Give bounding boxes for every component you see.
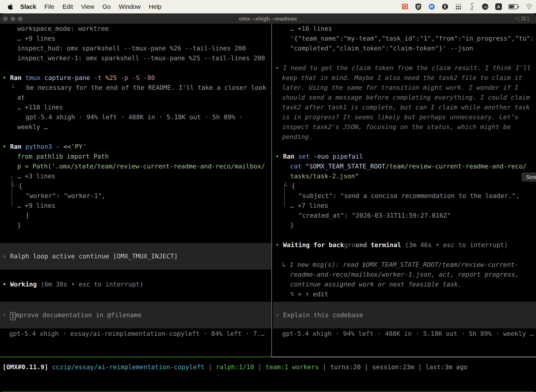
thinking-line: should send a message before completing … (273, 93, 536, 103)
command-flags: -p -S -80 (121, 74, 155, 81)
window-titlebar[interactable]: omx --xhigh --madmax ⌥⌘1 (0, 13, 536, 24)
collapsed-lines-indicator[interactable]: … +110 lines (0, 103, 271, 112)
shortcuts-icon[interactable] (468, 3, 475, 10)
window-shortcut-label: ⌥⌘1 (514, 15, 530, 22)
env-var: OMX_TEAM_STATE_ROOT (313, 163, 385, 170)
file-path: tasks/task-2.json (290, 173, 355, 180)
omx-version: [OMX#0.11.9] (2, 363, 52, 371)
heredoc-operator: << (63, 143, 71, 150)
omx-team-counter: team:1 workers (266, 363, 319, 371)
counter-badge-text: ..61 (483, 5, 488, 9)
separator: | (254, 363, 266, 371)
inject-banner[interactable]: › Ralph loop active continue [OMX_TMUX_I… (0, 243, 271, 270)
sync-status-icon[interactable] (428, 3, 436, 10)
tool-output-line: └ be necessary for the end of the README… (0, 83, 271, 93)
blank-line (0, 63, 271, 73)
collapsed-lines-indicator[interactable]: … +9 lines (0, 201, 271, 210)
thinking-line: is in progress? It seems likely but perh… (273, 112, 536, 122)
prompt-suggestion[interactable]: › Explain this codebase (273, 302, 536, 328)
bullet-icon: • (2, 143, 10, 150)
battery-icon[interactable] (508, 3, 519, 10)
code-line: from pathlib import Path (0, 152, 271, 161)
working-status-line: • Working (6m 38s • esc to interrupt) (0, 280, 271, 289)
thinking-line: task2 after task1 is complete, but can I… (273, 103, 536, 112)
input-source-icon[interactable]: A (495, 3, 502, 10)
wifi-icon[interactable] (526, 3, 533, 10)
prompt-input-area[interactable]: › Improve documentation in @filename (0, 302, 271, 328)
blank-line (0, 132, 271, 142)
terminal-line: '{"team_name":"my-team","task_id":"1","f… (273, 33, 536, 43)
menu-go[interactable]: Go (98, 3, 115, 10)
menu-view[interactable]: View (77, 3, 98, 10)
counter-badge-icon[interactable]: ..61 (482, 3, 489, 10)
command-name: python3 (25, 143, 56, 150)
chat-app-icon[interactable] (401, 3, 409, 10)
grid-menu-icon[interactable] (455, 3, 462, 10)
terminal-line: … +9 lines (0, 33, 271, 43)
menu-help[interactable]: Help (145, 3, 165, 10)
bullet-icon: • (275, 64, 283, 71)
bullet-icon: • (2, 281, 10, 288)
code-line: p = Path('.omx/state/team/review-current… (0, 161, 271, 171)
window-title: omx --xhigh --madmax (0, 16, 536, 22)
file-path: /team/review-current-readme-and-reco/ (385, 163, 526, 170)
menu-app-name[interactable]: Slack (16, 3, 40, 10)
pane-divider[interactable] (271, 24, 272, 357)
spacer (0, 230, 271, 243)
collapsed-lines-indicator[interactable]: … +3 lines (0, 171, 271, 181)
json-output-line: "worker": "worker-1", (0, 191, 271, 201)
tool-output-line: at (0, 93, 271, 103)
json-output-line: ] (0, 210, 271, 220)
bullet-icon: • (275, 241, 283, 248)
command-subcommand: capture-pane (44, 74, 94, 81)
svg-text:A: A (497, 5, 500, 9)
terminal-line: … +16 lines (273, 24, 536, 33)
mailbox-message-line: readme-and-reco/mailbox/worker-1.json, a… (273, 270, 536, 280)
terminal-line: inspect_hud: omx sparkshell --tmux-pane … (0, 43, 271, 53)
menu-window[interactable]: Window (115, 3, 144, 10)
menu-file[interactable]: File (40, 3, 58, 10)
password-manager-icon[interactable] (415, 3, 422, 10)
screen-time-icon[interactable] (441, 3, 449, 10)
command-name: cat (290, 163, 306, 170)
terminal-line: inspect_worker-1: omx sparkshell --tmux-… (0, 53, 271, 63)
thinking-line: later. Using the same for transition mig… (273, 83, 536, 93)
mailbox-message-line: continue assigned work or next feasible … (273, 280, 536, 289)
separator: | (319, 363, 330, 371)
spacer (273, 299, 536, 302)
pane-worker-1: … +16 lines '{"team_name":"my-team","tas… (273, 24, 536, 357)
json-output-line: } (0, 220, 271, 230)
menu-edit[interactable]: Edit (58, 3, 77, 10)
waiting-meta: (3m 46s • esc to interrupt) (401, 241, 508, 248)
ran-set-command-line: • Ran set -euo pipefail (273, 152, 536, 161)
command-dash: - (56, 143, 63, 150)
command-args: -euo pipefail (314, 153, 363, 160)
edit-shortcut-hint: ⌥ + ↑ edit (273, 289, 536, 299)
ran-label: Ran (10, 143, 25, 150)
terminal-line: workspace_mode: worktree (0, 24, 271, 33)
blank-line (273, 53, 536, 63)
terminal-content[interactable]: workspace_mode: worktree … +9 lines insp… (0, 24, 536, 392)
omx-status-bar: [OMX#0.11.9] cczip/essay/ai-reimplementa… (0, 362, 536, 372)
corner-connector: └ (11, 84, 15, 91)
pane-bottom-border-left (0, 357, 271, 357)
bullet-icon: • (2, 74, 10, 81)
command-target: %25 (105, 74, 121, 81)
menu-bar: Slack File Edit View Go Window Help ..61… (0, 0, 536, 13)
model-status-line: gpt-5.4 xhigh · 94% left · 488K in · 5.1… (273, 329, 536, 339)
omx-session-stats: turns:20 | session:23m | last:3m ago (330, 363, 467, 371)
working-meta: (6m 38s • esc to interrupt) (41, 281, 144, 288)
mailbox-message-line: ↳ 1 new msg(s): read $OMX_TEAM_STATE_ROO… (273, 260, 536, 270)
spacer (0, 270, 271, 280)
chevron-icon: › (2, 252, 10, 260)
tool-output-line: └ { (273, 181, 536, 191)
separator: | (205, 363, 216, 371)
tool-output-line: weekly … (0, 122, 271, 132)
apple-menu-icon[interactable] (8, 3, 14, 10)
text-cursor: I (10, 312, 16, 320)
ran-tmux-command-line: • Ran tmux capture-pane -t %25 -p -S -80 (0, 73, 271, 83)
ran-label: Ran (283, 153, 298, 160)
collapsed-lines-indicator[interactable]: … +7 lines (273, 201, 536, 210)
blank-line (273, 142, 536, 152)
command-flag: -t (94, 74, 105, 81)
